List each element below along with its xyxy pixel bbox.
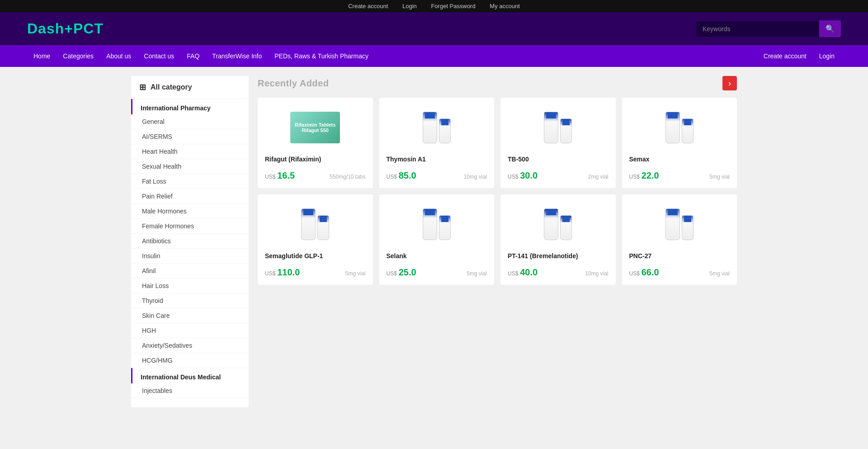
logo-prefix: Dash xyxy=(27,20,64,37)
content-area: Recently Added › Rifaximin Tablets Rifag… xyxy=(258,76,737,407)
sidebar-item-hgh[interactable]: HGH xyxy=(131,323,249,338)
price-unit-pnc27: 5mg vial xyxy=(709,270,730,277)
product-card-semaglutide[interactable]: Semaglutide GLP-1 US$ 110.0 5mg vial xyxy=(258,194,373,285)
price-label-pt141: US$ xyxy=(508,270,518,277)
product-image-semaglutide xyxy=(265,202,366,247)
product-card-thymosin[interactable]: Thymosin A1 US$ 85.0 10mg vial xyxy=(379,98,495,188)
sidebar-item-male-hormones[interactable]: Male Hormones xyxy=(131,204,249,219)
nav-login[interactable]: Login xyxy=(813,46,841,66)
price-label-thymosin: US$ xyxy=(387,174,397,180)
product-price-row-thymosin: US$ 85.0 10mg vial xyxy=(387,166,487,181)
sidebar-item-general[interactable]: General xyxy=(131,114,249,129)
thymosin-vials xyxy=(423,112,451,143)
product-name-semaglutide: Semaglutide GLP-1 xyxy=(265,252,323,260)
nav-contact[interactable]: Contact us xyxy=(137,46,180,66)
vial-12 xyxy=(560,215,572,240)
sidebar-item-female-hormones[interactable]: Female Hormones xyxy=(131,219,249,234)
product-price-row-tb500: US$ 30.0 2mg vial xyxy=(508,166,609,181)
product-card-rifagut[interactable]: Rifaximin Tablets Rifagut 550 Rifagut (R… xyxy=(258,98,373,188)
product-name-rifagut: Rifagut (Rifaximin) xyxy=(265,156,321,163)
sidebar-item-aiserms[interactable]: AI/SERMS xyxy=(131,129,249,144)
sidebar-item-pain-relief[interactable]: Pain Relief xyxy=(131,189,249,204)
price-unit-pt141: 10mg vial xyxy=(585,270,608,277)
price-label-selank: US$ xyxy=(387,270,397,277)
topbar-create-account[interactable]: Create account xyxy=(348,3,388,9)
price-thymosin: US$ 85.0 xyxy=(387,170,416,181)
topbar-my-account[interactable]: My account xyxy=(490,3,519,9)
sidebar-item-thyroid[interactable]: Thyroid xyxy=(131,293,249,308)
price-value-thymosin: 85.0 xyxy=(399,170,416,180)
sidebar-all-category[interactable]: ⊞ All category xyxy=(131,76,249,99)
price-value-pnc27: 66.0 xyxy=(642,267,659,277)
vial-14 xyxy=(682,215,693,240)
price-pnc27: US$ 66.0 xyxy=(629,267,659,278)
sidebar-item-fat-loss[interactable]: Fat Loss xyxy=(131,174,249,189)
vial-5 xyxy=(665,112,680,143)
search-button[interactable]: 🔍 xyxy=(819,20,841,37)
price-label-semax: US$ xyxy=(629,174,640,180)
product-price-row-semax: US$ 22.0 5mg vial xyxy=(629,166,730,181)
product-card-pnc27[interactable]: PNC-27 US$ 66.0 5mg vial xyxy=(622,194,737,285)
pt141-vials xyxy=(544,208,572,240)
nav-create-account[interactable]: Create account xyxy=(757,46,813,66)
sidebar-item-afinil[interactable]: Afinil xyxy=(131,264,249,279)
product-name-thymosin: Thymosin A1 xyxy=(387,156,426,163)
price-value-pt141: 40.0 xyxy=(520,267,538,277)
product-card-semax[interactable]: Semax US$ 22.0 5mg vial xyxy=(622,98,737,188)
product-card-selank[interactable]: Selank US$ 25.0 5mg vial xyxy=(379,194,495,285)
nav-transferwise[interactable]: TransferWise Info xyxy=(206,46,268,66)
logo: Dash+PCT xyxy=(27,20,104,37)
vial-8 xyxy=(317,215,329,240)
sidebar-item-anxiety[interactable]: Anxiety/Sedatives xyxy=(131,338,249,353)
topbar-login[interactable]: Login xyxy=(402,3,417,9)
price-unit-thymosin: 10mg vial xyxy=(464,174,487,180)
sidebar-item-antibiotics[interactable]: Antibiotics xyxy=(131,234,249,249)
topbar-forget-password[interactable]: Forget Password xyxy=(431,3,475,9)
price-semax: US$ 22.0 xyxy=(629,170,659,181)
search-input[interactable] xyxy=(696,21,819,37)
product-price-row-rifagut: US$ 16.5 550mg/10 tabs xyxy=(265,166,366,181)
logo-plus: + xyxy=(64,20,73,37)
nav-categories[interactable]: Categories xyxy=(57,46,100,66)
all-category-label: All category xyxy=(151,83,192,91)
vial-7 xyxy=(301,208,316,240)
price-value-tb500: 30.0 xyxy=(520,170,538,180)
sidebar-item-hair-loss[interactable]: Hair Loss xyxy=(131,279,249,293)
vial-6 xyxy=(682,118,693,143)
product-image-pt141 xyxy=(508,202,609,247)
nav-faq[interactable]: FAQ xyxy=(180,46,206,66)
price-pt141: US$ 40.0 xyxy=(508,267,538,278)
nav-about[interactable]: About us xyxy=(100,46,137,66)
top-bar: Create account Login Forget Password My … xyxy=(0,0,868,12)
sidebar: ⊞ All category International Pharmacy Ge… xyxy=(131,76,249,407)
section-international-deus[interactable]: International Deus Medical xyxy=(131,368,249,383)
section-title: Recently Added xyxy=(258,78,329,89)
grid-icon: ⊞ xyxy=(139,82,146,92)
section-header: Recently Added › xyxy=(258,76,737,90)
nav-home[interactable]: Home xyxy=(27,46,57,66)
product-price-row-pt141: US$ 40.0 10mg vial xyxy=(508,263,609,278)
sidebar-item-injectables[interactable]: Injectables xyxy=(131,383,249,398)
sidebar-item-sexual-health[interactable]: Sexual Health xyxy=(131,159,249,174)
price-rifagut: US$ 16.5 xyxy=(265,170,295,181)
sidebar-item-heart-health[interactable]: Heart Health xyxy=(131,144,249,159)
product-card-tb500[interactable]: TB-500 US$ 30.0 2mg vial xyxy=(500,98,616,188)
price-label-tb500: US$ xyxy=(508,174,518,180)
product-name-selank: Selank xyxy=(387,252,407,260)
sidebar-item-skin-care[interactable]: Skin Care xyxy=(131,308,249,323)
search-bar: 🔍 xyxy=(696,20,841,37)
sidebar-item-insulin[interactable]: Insulin xyxy=(131,249,249,264)
product-card-pt141[interactable]: PT-141 (Bremelanotide) US$ 40.0 10mg via… xyxy=(500,194,616,285)
section-international-pharmacy[interactable]: International Pharmacy xyxy=(131,99,249,114)
vial-10 xyxy=(439,215,451,240)
nav-peds[interactable]: PEDs, Raws & Turkish Pharmacy xyxy=(268,46,375,66)
tb500-vials xyxy=(544,112,572,143)
next-arrow-button[interactable]: › xyxy=(722,76,737,90)
price-selank: US$ 25.0 xyxy=(387,267,416,278)
sidebar-item-hcg-hmg[interactable]: HCG/HMG xyxy=(131,353,249,368)
product-name-pnc27: PNC-27 xyxy=(629,252,652,260)
product-image-semax xyxy=(629,105,730,150)
vial-3 xyxy=(544,112,558,143)
main-nav: Home Categories About us Contact us FAQ … xyxy=(0,45,868,67)
product-image-pnc27 xyxy=(629,202,730,247)
